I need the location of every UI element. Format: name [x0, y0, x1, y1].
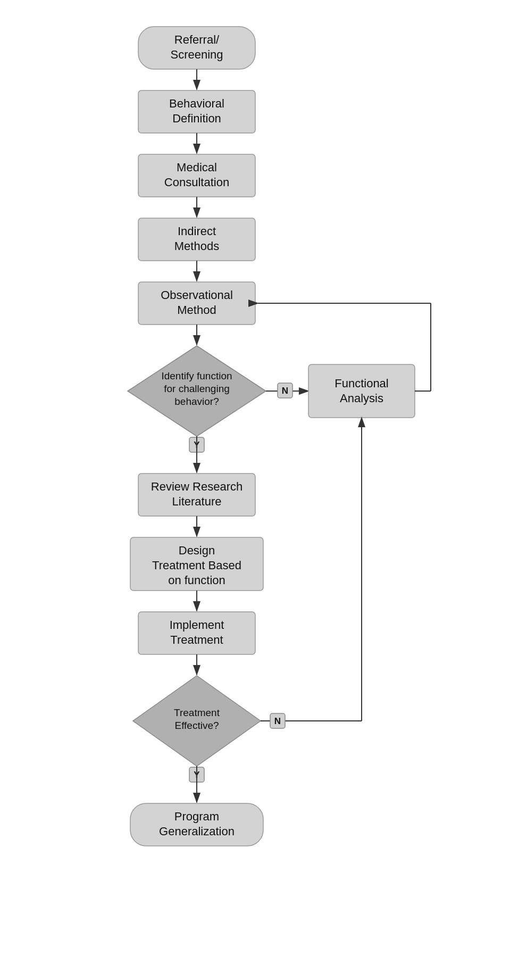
- observational-label: Observational: [161, 288, 233, 302]
- flow-diagram: Referral/ Screening Behavioral Definitio…: [48, 16, 463, 963]
- functional-label2: Analysis: [340, 392, 383, 405]
- observational-label2: Method: [177, 303, 216, 317]
- design-label1: Design: [178, 544, 214, 557]
- behavioral-label: Behavioral: [169, 97, 224, 110]
- program-label1: Program: [174, 810, 219, 823]
- review-label1: Review Research: [151, 480, 242, 493]
- flowchart: Referral/ Screening Behavioral Definitio…: [43, 16, 468, 963]
- n-badge-label: N: [281, 386, 288, 396]
- treatment-label1: Treatment: [174, 707, 220, 718]
- implement-label2: Treatment: [170, 633, 223, 646]
- functional-label1: Functional: [335, 377, 389, 390]
- treatment-label2: Effective?: [174, 720, 219, 731]
- design-label2: Treatment Based: [152, 559, 241, 572]
- indirect-label2: Methods: [174, 239, 219, 253]
- functional-box: [308, 364, 415, 418]
- medical-label: Medical: [177, 161, 217, 174]
- referral-label2: Screening: [170, 48, 223, 61]
- identify-label2: for challenging: [164, 383, 230, 394]
- program-label2: Generalization: [159, 825, 235, 838]
- review-label2: Literature: [172, 495, 221, 508]
- identify-label1: Identify function: [161, 370, 232, 381]
- implement-label1: Implement: [169, 618, 224, 632]
- medical-label2: Consultation: [164, 176, 229, 189]
- design-label3: on function: [168, 574, 225, 587]
- identify-label3: behavior?: [174, 396, 219, 407]
- n-badge-treatment-label: N: [274, 716, 280, 726]
- behavioral-label2: Definition: [172, 112, 221, 125]
- referral-label: Referral/: [174, 33, 219, 46]
- indirect-label: Indirect: [177, 225, 215, 238]
